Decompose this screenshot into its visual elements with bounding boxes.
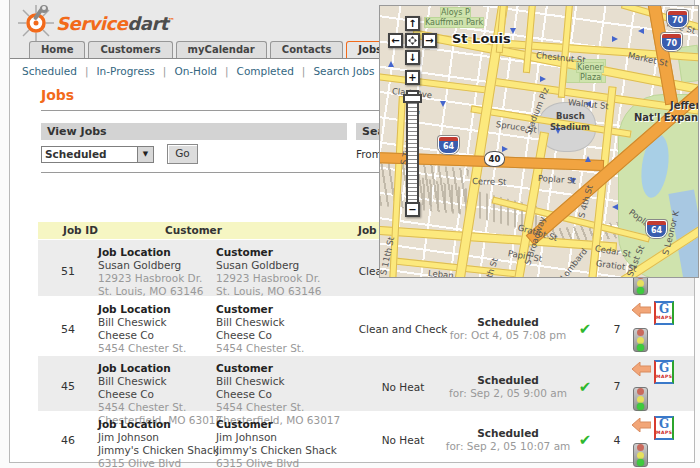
tab-home[interactable]: Home [29, 41, 85, 58]
map-label: Cerre St [472, 176, 507, 187]
oneway-arrow-icon [638, 28, 644, 34]
google-maps-icon[interactable]: GMAPS [654, 416, 674, 440]
traffic-light-icon[interactable] [633, 387, 648, 411]
go-button[interactable]: Go [167, 144, 198, 164]
job-id: 51 [38, 240, 98, 296]
job-location-label: Job Location [98, 246, 216, 259]
brand-part1: Service [56, 13, 127, 34]
pan-right-button[interactable]: → [422, 33, 437, 48]
map-label: Lombard [558, 246, 589, 278]
brand-logo: Servicedart™ [16, 3, 174, 43]
job-type: Clean and Check [358, 297, 448, 355]
subnav-scheduled[interactable]: Scheduled [22, 65, 77, 77]
separator: | [302, 65, 306, 77]
map-label: Busch [556, 111, 585, 121]
map-label: Stadium [550, 122, 590, 132]
check-icon [579, 431, 592, 449]
map-label: Nat'l Expansion [634, 112, 699, 123]
trademark: ™ [168, 17, 175, 25]
google-maps-icon[interactable]: GMAPS [654, 360, 674, 384]
table-row: 46 Job LocationJim JohnsonJimmy's Chicke… [38, 412, 694, 462]
pan-left-button[interactable]: ← [388, 33, 403, 48]
job-id: 46 [38, 412, 98, 462]
job-filter-select[interactable]: Scheduled ▼ [41, 146, 154, 163]
oneway-arrow-icon [388, 61, 394, 67]
app-window: Servicedart™ Home Customers myCalendar C… [9, 0, 695, 463]
pan-center-button[interactable] [405, 33, 420, 48]
job-location-label: Job Location [98, 418, 216, 431]
map-overlay[interactable]: Aloys P Kauffman Park St Louis Pine St M… [379, 5, 699, 278]
subnav-search-jobs[interactable]: Search Jobs [313, 65, 374, 77]
check-icon [579, 320, 592, 338]
oneway-arrow-icon [540, 76, 546, 82]
google-maps-icon[interactable]: GMAPS [654, 301, 674, 325]
customer-label: Customer [216, 362, 358, 375]
zoom-slider-handle[interactable] [403, 94, 422, 103]
interstate-70-shield: 70 [661, 33, 682, 51]
job-location-label: Job Location [98, 303, 216, 316]
count-value: 7 [602, 356, 632, 411]
col-header-job-id: Job ID [63, 224, 98, 236]
col-header-customer: Customer [165, 224, 222, 236]
subnav-completed[interactable]: Completed [237, 65, 294, 77]
us-40-shield: 40 [484, 151, 505, 167]
orange-arrow-icon[interactable] [632, 418, 651, 432]
count-value: 4 [602, 412, 632, 462]
job-id: 45 [38, 356, 98, 411]
park-area [677, 45, 699, 84]
orange-arrow-icon[interactable] [632, 303, 651, 317]
job-id: 54 [38, 297, 98, 355]
interstate-64-shield: 64 [438, 136, 459, 154]
map-label: Poplar St [538, 173, 577, 186]
oneway-arrow-icon [612, 204, 618, 210]
dartboard-wrench-icon [16, 3, 56, 43]
road [523, 5, 536, 73]
oneway-arrow-icon [612, 36, 618, 42]
subnav-on-hold[interactable]: On-Hold [174, 65, 217, 77]
pan-up-button[interactable]: ↑ [405, 16, 420, 31]
brand-part2: dart [127, 13, 168, 34]
dropdown-arrow-icon[interactable]: ▼ [137, 147, 153, 162]
job-location-label: Job Location [98, 362, 216, 375]
pan-down-button[interactable]: ↓ [405, 50, 420, 65]
job-filter-value: Scheduled [42, 147, 137, 162]
table-row: 45 Job LocationBill CheswickCheese Co545… [38, 356, 694, 411]
map-label: Plaza [579, 72, 602, 83]
subnav-in-progress[interactable]: In-Progress [96, 65, 154, 77]
traffic-light-icon[interactable] [633, 328, 648, 352]
tab-mycalendar[interactable]: myCalendar [176, 41, 267, 58]
separator: | [225, 65, 229, 77]
view-jobs-panel: View Jobs Scheduled ▼ Go [41, 123, 347, 164]
customer-label: Customer [216, 418, 358, 431]
separator: | [85, 65, 89, 77]
job-type: No Heat [358, 412, 448, 462]
page-title: Jobs [41, 87, 74, 103]
check-icon [579, 378, 592, 396]
job-type: No Heat [358, 356, 448, 411]
zoom-out-button[interactable]: − [405, 202, 420, 217]
oneway-arrow-icon [585, 156, 591, 162]
map-label: Leban [427, 268, 454, 278]
traffic-light-icon[interactable] [633, 443, 648, 467]
customer-label: Customer [216, 303, 358, 316]
map-label: Jefferson [670, 100, 699, 111]
interstate-64-shield: 64 [646, 220, 667, 238]
zoom-in-button[interactable]: + [405, 70, 420, 85]
count-value: 7 [602, 297, 632, 355]
view-jobs-title: View Jobs [41, 123, 347, 140]
customer-label: Customer [216, 246, 358, 259]
tab-customers[interactable]: Customers [88, 41, 172, 58]
table-row: 54 Job LocationBill CheswickCheese Co545… [38, 297, 694, 355]
map-label: St Louis [452, 31, 511, 46]
zoom-slider-track[interactable] [406, 90, 419, 204]
interstate-70-shield: 70 [667, 10, 688, 28]
oneway-arrow-icon [440, 101, 446, 107]
map-label: Kauffman Park [424, 17, 484, 28]
tab-contacts[interactable]: Contacts [270, 41, 344, 58]
separator: | [163, 65, 167, 77]
orange-arrow-icon[interactable] [632, 362, 651, 376]
oneway-arrow-icon [502, 146, 508, 152]
